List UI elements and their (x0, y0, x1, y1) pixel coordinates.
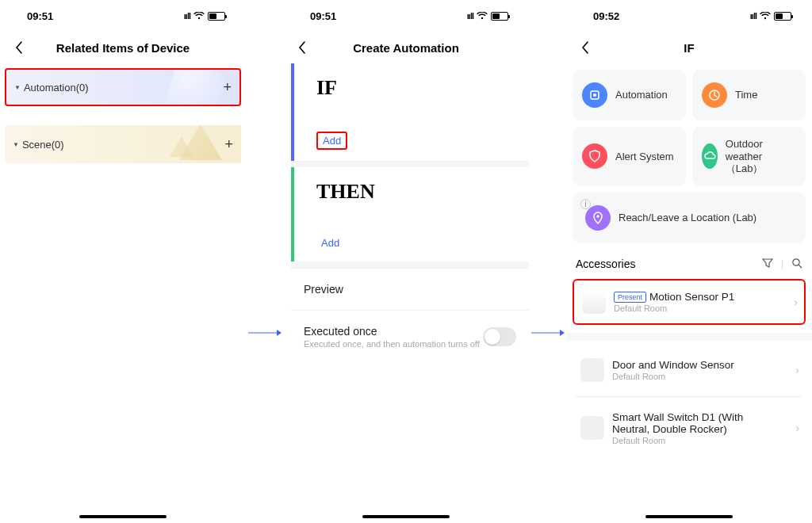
back-button[interactable] (577, 40, 593, 55)
divider (576, 396, 802, 397)
status-icons: ııll (467, 11, 508, 21)
status-time: 09:51 (310, 10, 336, 22)
opt-label: Time (735, 89, 757, 101)
header: Create Automation (283, 32, 529, 63)
status-icons: ııll (750, 11, 791, 21)
accessory-room: Default Room (612, 372, 734, 381)
opt-label: Automation (615, 89, 668, 101)
opt-label: Alert System (615, 151, 674, 163)
search-icon (791, 258, 802, 269)
accessory-wall-switch[interactable]: Smart Wall Switch D1 (With Neutral, Doub… (573, 402, 806, 455)
if-block: IF Add (291, 63, 529, 161)
device-thumb (580, 416, 604, 440)
alert-icon (582, 143, 607, 169)
battery-icon (491, 12, 508, 21)
decor-mountain-icon (179, 125, 222, 160)
then-block: THEN Add (291, 167, 529, 262)
accessories-header: Accessories | (566, 243, 812, 276)
preview-label: Preview (304, 283, 343, 296)
svg-point-6 (793, 259, 799, 265)
back-button[interactable] (294, 40, 310, 55)
info-icon[interactable]: i (580, 199, 591, 209)
then-add-button[interactable]: Add (316, 235, 344, 250)
flow-arrow (246, 0, 283, 523)
status-bar: 09:51 ııll (283, 0, 529, 32)
chevron-left-icon (298, 41, 306, 54)
page-title: Create Automation (283, 41, 529, 55)
chevron-left-icon (581, 41, 589, 54)
filter-icon (762, 258, 773, 269)
accessory-motion-sensor[interactable]: PresentMotion Sensor P1 Default Room › (573, 279, 806, 325)
opt-alert-system[interactable]: Alert System (573, 127, 686, 186)
chevron-right-icon: › (795, 364, 799, 376)
svg-point-3 (593, 94, 596, 97)
opt-time[interactable]: Time (692, 70, 806, 120)
signal-icon: ııll (184, 11, 190, 21)
automation-label: Automation(0) (24, 82, 89, 94)
location-icon (585, 205, 611, 231)
caret-down-icon: ▼ (14, 84, 21, 91)
device-thumb (580, 358, 604, 382)
opt-reach-leave[interactable]: i Reach/Leave a Location (Lab) (573, 193, 806, 243)
accessory-room: Default Room (612, 436, 763, 445)
if-heading: IF (316, 76, 518, 100)
battery-icon (774, 12, 791, 21)
battery-icon (208, 12, 225, 21)
opt-outdoor-weather[interactable]: Outdoor weather（Lab） (692, 127, 806, 186)
accessory-room: Default Room (614, 303, 734, 313)
accessory-door-window[interactable]: Door and Window Sensor Default Room › (573, 349, 806, 391)
opt-label: Reach/Leave a Location (Lab) (619, 212, 756, 224)
back-button[interactable] (11, 40, 27, 55)
status-bar: 09:51 ııll (0, 0, 246, 32)
screen-related-items: 09:51 ııll Related Items of Device ▼ Aut… (0, 0, 246, 523)
divider (291, 161, 529, 167)
scene-row[interactable]: ▼ Scene(0) + (5, 125, 241, 163)
if-add-button[interactable]: Add (316, 132, 347, 150)
screen-if-conditions: 09:52 ııll IF Automation Time (566, 0, 812, 523)
opt-label: Outdoor weather（Lab） (726, 138, 796, 175)
search-button[interactable] (791, 258, 802, 271)
executed-once-toggle[interactable] (483, 327, 516, 346)
executed-once-title: Executed once (304, 325, 480, 338)
status-time: 09:51 (27, 10, 53, 22)
screen-create-automation: 09:51 ııll Create Automation IF Add THEN… (283, 0, 529, 523)
executed-once-row: Executed once Executed once, and then au… (291, 310, 529, 363)
preview-row[interactable]: Preview (291, 268, 529, 310)
wifi-icon (193, 12, 205, 20)
divider (291, 262, 529, 268)
accessory-name: Door and Window Sensor (612, 359, 734, 371)
present-badge: Present (614, 292, 646, 303)
svg-point-5 (596, 215, 599, 217)
divider: | (781, 258, 783, 269)
home-indicator (79, 515, 167, 518)
signal-icon: ııll (467, 11, 473, 21)
svg-line-7 (799, 265, 802, 268)
chevron-right-icon: › (794, 296, 798, 308)
add-scene-button[interactable]: + (224, 136, 233, 153)
add-automation-button[interactable]: + (223, 79, 232, 96)
scene-label: Scene(0) (22, 139, 64, 151)
wifi-icon (477, 12, 488, 20)
divider (566, 333, 812, 341)
opt-automation[interactable]: Automation (573, 70, 686, 120)
chevron-left-icon (15, 41, 23, 54)
chevron-right-icon: › (795, 422, 799, 434)
flow-arrow (529, 0, 566, 523)
filter-button[interactable] (762, 258, 773, 271)
page-title: IF (566, 41, 812, 55)
signal-icon: ııll (750, 11, 756, 21)
header: IF (566, 32, 812, 63)
automation-row[interactable]: ▼ Automation(0) + (5, 68, 241, 106)
accessories-title: Accessories (576, 258, 635, 270)
device-thumb (582, 290, 606, 314)
page-title: Related Items of Device (0, 41, 246, 55)
executed-once-sub: Executed once, and then automation turns… (304, 339, 480, 349)
decor-card-icon (164, 68, 226, 106)
home-indicator (645, 515, 733, 518)
weather-icon (702, 143, 718, 169)
header: Related Items of Device (0, 32, 246, 63)
time-icon (702, 82, 727, 108)
status-bar: 09:52 ııll (566, 0, 812, 32)
automation-icon (582, 82, 607, 108)
caret-down-icon: ▼ (13, 141, 19, 148)
